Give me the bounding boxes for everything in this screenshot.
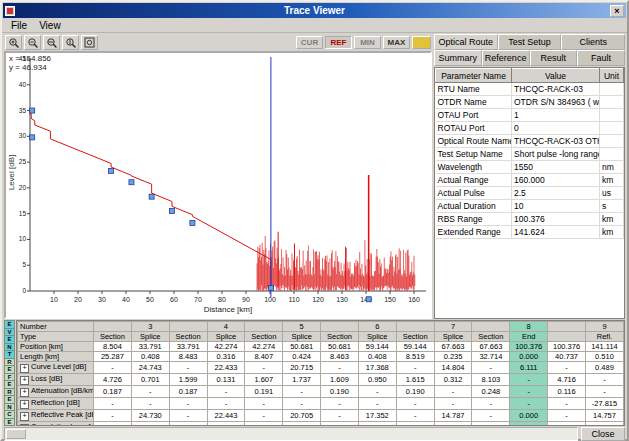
event-cell[interactable]: 18.707: [396, 422, 434, 427]
zoom-full-view-button[interactable]: [81, 35, 98, 50]
event-cell[interactable]: 22.443: [207, 410, 245, 422]
expand-icon[interactable]: +: [20, 376, 29, 385]
event-cell[interactable]: 17.368: [358, 362, 396, 374]
event-cell[interactable]: 1.737: [283, 374, 321, 386]
event-cell[interactable]: 50.681: [321, 342, 359, 352]
event-cell[interactable]: 0.248: [472, 386, 510, 398]
event-cell[interactable]: [396, 322, 434, 332]
event-cell[interactable]: 42.274: [207, 342, 245, 352]
event-cell[interactable]: 0.190: [396, 386, 434, 398]
event-cell[interactable]: -: [510, 374, 548, 386]
event-cell[interactable]: -: [434, 398, 472, 410]
zoom-out-button[interactable]: [24, 35, 41, 50]
event-cell[interactable]: Section: [396, 332, 434, 342]
event-cell[interactable]: -: [472, 398, 510, 410]
event-cell[interactable]: Splice: [207, 332, 245, 342]
event-cell[interactable]: 59.144: [358, 342, 396, 352]
zoom-horizontal-button[interactable]: [43, 35, 60, 50]
event-cell[interactable]: 1.607: [245, 374, 283, 386]
event-cell[interactable]: -: [396, 362, 434, 374]
event-cell[interactable]: 8.407: [245, 352, 283, 362]
event-cell[interactable]: -: [169, 410, 207, 422]
trace-color-button[interactable]: [412, 36, 431, 49]
event-cell[interactable]: 24.743: [131, 362, 169, 374]
event-cell[interactable]: 17.352: [358, 410, 396, 422]
tab-optical-route[interactable]: Optical Route: [434, 34, 498, 50]
event-cell[interactable]: -: [283, 398, 321, 410]
event-cell[interactable]: 12.795: [245, 422, 283, 427]
event-cell[interactable]: 59.144: [396, 342, 434, 352]
expand-icon[interactable]: +: [20, 424, 29, 426]
event-cell[interactable]: 0.408: [358, 352, 396, 362]
event-marker[interactable]: [190, 220, 195, 225]
event-cell[interactable]: 17.092: [358, 422, 396, 427]
event-cell[interactable]: 40.737: [548, 352, 586, 362]
event-cell[interactable]: 4: [207, 322, 245, 332]
close-icon[interactable]: ×: [610, 5, 624, 17]
event-cell[interactable]: Section: [321, 332, 359, 342]
event-cell[interactable]: -: [131, 386, 169, 398]
event-cell[interactable]: -: [472, 410, 510, 422]
event-cell[interactable]: -: [207, 398, 245, 410]
event-cell[interactable]: 6: [358, 322, 396, 332]
event-cell[interactable]: 20.705: [283, 410, 321, 422]
event-marker[interactable]: [129, 180, 134, 185]
event-cell[interactable]: 14.532: [283, 422, 321, 427]
event-cell[interactable]: -: [358, 398, 396, 410]
scrollbar-thumb[interactable]: [6, 429, 26, 439]
event-cell[interactable]: -: [245, 362, 283, 374]
event-cell[interactable]: -: [548, 422, 586, 427]
event-cell[interactable]: [472, 322, 510, 332]
event-cell[interactable]: 6.111: [510, 362, 548, 374]
event-cell[interactable]: 33.791: [131, 342, 169, 352]
menu-file[interactable]: File: [5, 20, 33, 31]
event-marker[interactable]: [30, 108, 35, 113]
event-cell[interactable]: Splice: [434, 332, 472, 342]
event-cell[interactable]: -: [585, 374, 623, 386]
event-cell[interactable]: 25.287: [94, 352, 132, 362]
event-cell[interactable]: -: [548, 410, 586, 422]
event-cell[interactable]: 8.463: [321, 352, 359, 362]
event-cell[interactable]: 0.000: [510, 410, 548, 422]
event-marker[interactable]: [268, 285, 273, 290]
event-cell[interactable]: 0.187: [169, 386, 207, 398]
event-cell[interactable]: -: [94, 398, 132, 410]
event-cell[interactable]: -: [245, 410, 283, 422]
event-cell[interactable]: [548, 322, 586, 332]
event-cell[interactable]: 4.726: [94, 374, 132, 386]
event-cell[interactable]: 24.730: [131, 410, 169, 422]
event-cell[interactable]: 22.433: [207, 362, 245, 374]
event-cell[interactable]: 16.142: [321, 422, 359, 427]
event-cell[interactable]: -: [510, 398, 548, 410]
event-cell[interactable]: 0.235: [434, 352, 472, 362]
event-cell[interactable]: Splice: [358, 332, 396, 342]
event-cell[interactable]: -: [358, 386, 396, 398]
max-trace-button[interactable]: MAX: [383, 36, 410, 49]
event-cell[interactable]: -: [548, 362, 586, 374]
tab-clients[interactable]: Clients: [561, 34, 625, 50]
event-cell[interactable]: -: [585, 422, 623, 427]
event-cell[interactable]: 27.121: [472, 422, 510, 427]
event-cell[interactable]: Section: [472, 332, 510, 342]
tab-fault[interactable]: Fault: [577, 50, 625, 66]
event-cell[interactable]: -: [169, 398, 207, 410]
tab-result[interactable]: Result: [530, 50, 578, 66]
event-cell[interactable]: 42.274: [245, 342, 283, 352]
event-cell[interactable]: -: [131, 398, 169, 410]
event-cell[interactable]: -: [94, 410, 132, 422]
event-cell[interactable]: -: [321, 398, 359, 410]
event-cell[interactable]: -: [396, 398, 434, 410]
event-cell[interactable]: -: [94, 362, 132, 374]
event-cell[interactable]: -: [283, 386, 321, 398]
event-cell[interactable]: 4.716: [548, 374, 586, 386]
event-cell[interactable]: 0.316: [207, 352, 245, 362]
event-cell[interactable]: -: [169, 362, 207, 374]
event-cell[interactable]: 1.599: [169, 374, 207, 386]
reference-trace-button[interactable]: REF: [325, 36, 352, 49]
menu-view[interactable]: View: [33, 20, 67, 31]
event-marker[interactable]: [30, 135, 35, 140]
event-cell[interactable]: Section: [245, 332, 283, 342]
event-cell[interactable]: -: [472, 362, 510, 374]
close-button[interactable]: Close: [581, 427, 625, 441]
event-marker[interactable]: [366, 297, 371, 302]
